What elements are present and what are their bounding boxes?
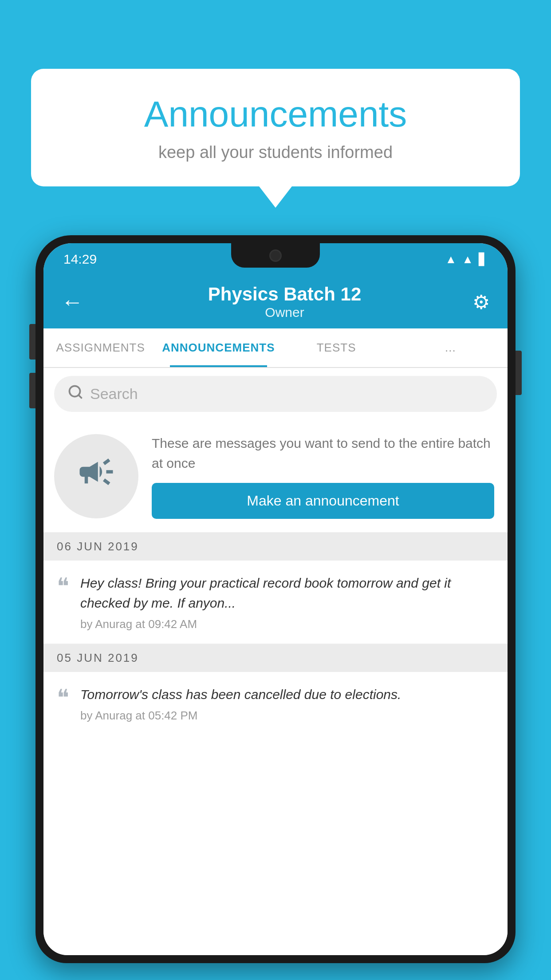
app-bar: ← Physics Batch 12 Owner ⚙ [43,275,508,328]
promo-text: These are messages you want to send to t… [152,433,494,473]
wifi-icon: ▲ [445,253,457,266]
announcement-text-2: Tomorrow's class has been cancelled due … [80,684,494,704]
promo-section: These are messages you want to send to t… [43,420,508,533]
announcement-content-1: Hey class! Bring your practical record b… [80,573,494,631]
promo-right: These are messages you want to send to t… [152,433,494,519]
date-separator-1: 06 JUN 2019 [43,533,508,561]
power-button [516,351,522,395]
speech-bubble-subtitle: keep all your students informed [58,143,493,162]
tab-announcements[interactable]: ANNOUNCEMENTS [157,328,279,367]
search-bar: Search [43,368,508,420]
quote-icon-2: ❝ [57,687,69,710]
date-separator-2: 05 JUN 2019 [43,644,508,672]
announcement-text-1: Hey class! Bring your practical record b… [80,573,494,613]
svg-line-1 [79,395,82,398]
volume-down-button [29,373,35,408]
phone-notch [231,243,320,268]
app-bar-subtitle: Owner [97,305,472,320]
back-button[interactable]: ← [61,289,83,315]
phone-mockup: 14:29 ▲ ▲ ▋ ← Physics Batch 12 Owner ⚙ [35,235,516,980]
speech-bubble-title: Announcements [58,93,493,135]
speech-bubble-container: Announcements keep all your students inf… [31,69,520,186]
announcement-item-1[interactable]: ❝ Hey class! Bring your practical record… [43,561,508,644]
search-icon [67,384,83,404]
phone-outer: 14:29 ▲ ▲ ▋ ← Physics Batch 12 Owner ⚙ [35,235,516,963]
front-camera [269,249,282,262]
phone-screen: 14:29 ▲ ▲ ▋ ← Physics Batch 12 Owner ⚙ [43,243,508,955]
status-time: 14:29 [63,252,97,267]
announcement-item-2[interactable]: ❝ Tomorrow's class has been cancelled du… [43,672,508,735]
search-placeholder-text: Search [90,385,138,403]
search-input-wrap[interactable]: Search [54,376,497,412]
battery-icon: ▋ [479,253,488,266]
tab-tests[interactable]: TESTS [279,328,393,367]
signal-icon: ▲ [462,253,473,266]
app-bar-title: Physics Batch 12 [97,284,472,305]
tab-more[interactable]: ... [394,328,508,367]
settings-button[interactable]: ⚙ [472,291,490,313]
announcement-meta-1: by Anurag at 09:42 AM [80,617,494,631]
speech-bubble: Announcements keep all your students inf… [31,69,520,186]
announcement-icon [76,452,116,500]
tabs-bar: ASSIGNMENTS ANNOUNCEMENTS TESTS ... [43,328,508,368]
status-icons: ▲ ▲ ▋ [445,253,488,266]
content-area: Search These are messages you want to se… [43,368,508,955]
app-bar-title-section: Physics Batch 12 Owner [97,284,472,320]
promo-icon-circle [54,434,138,518]
announcement-meta-2: by Anurag at 05:42 PM [80,709,494,723]
tab-assignments[interactable]: ASSIGNMENTS [43,328,157,367]
quote-icon-1: ❝ [57,575,69,598]
volume-up-button [29,324,35,360]
make-announcement-button[interactable]: Make an announcement [152,483,494,519]
announcement-content-2: Tomorrow's class has been cancelled due … [80,684,494,723]
